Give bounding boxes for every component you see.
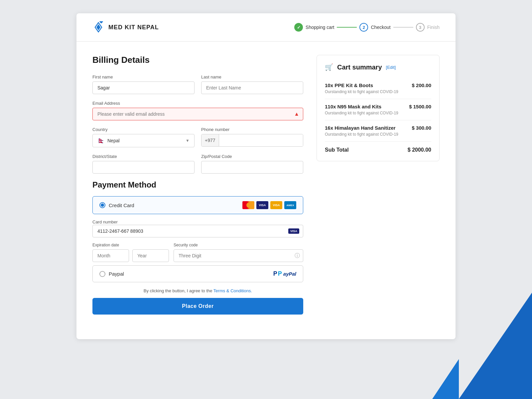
cart-item-price-0: $ 200.00: [412, 82, 431, 88]
email-row: Email Address ▲: [92, 101, 303, 120]
cart-edit-link[interactable]: [Edit]: [386, 65, 396, 70]
country-select[interactable]: 🇳🇵 Nepal ▼: [92, 134, 195, 147]
cart-item-1: 110x N95 Mask and Kits $ 1500.00 Ourstan…: [325, 99, 431, 120]
amex-icon: AMEX: [284, 201, 296, 209]
district-zip-row: District/State Zip/Postal Code: [92, 154, 303, 174]
visa-badge-icon: VISA: [288, 228, 299, 234]
country-name: Nepal: [107, 138, 183, 143]
credit-card-label: Credit Card: [109, 202, 134, 208]
subtotal-value: $ 2000.00: [408, 147, 431, 153]
blue-triangle-decoration: [459, 293, 532, 399]
year-input[interactable]: [132, 249, 169, 262]
visa-gold-icon: VISA: [270, 201, 282, 209]
logo-icon: [92, 21, 104, 33]
zip-input[interactable]: [201, 161, 303, 174]
cart-summary-col: 🛒 Cart summary [Edit] 10x PPE Kit & Boot…: [317, 55, 440, 315]
cart-item-0: 10x PPE Kit & Boots $ 200.00 Ourstanding…: [325, 78, 431, 99]
card-details: Card number VISA Expiration date Securi: [92, 219, 303, 265]
step-label-3: Finish: [427, 25, 440, 30]
first-name-label: First name: [92, 74, 195, 79]
email-group: Email Address ▲: [92, 101, 303, 120]
credit-card-option[interactable]: Credit Card VISA VISA AMEX: [92, 196, 303, 214]
cart-summary-card: 🛒 Cart summary [Edit] 10x PPE Kit & Boot…: [317, 55, 440, 161]
country-group: Country 🇳🇵 Nepal ▼: [92, 127, 195, 147]
phone-group: Phone number +977: [201, 127, 303, 147]
terms-link[interactable]: Terms & Conditions.: [213, 288, 252, 293]
header: MED KIT NEPAL ✓ Shopping cart 2 Checkout…: [76, 13, 456, 42]
logo-text: MED KIT NEPAL: [108, 24, 159, 31]
cart-subtotal-row: Sub Total $ 2000.00: [325, 142, 431, 153]
main-card: MED KIT NEPAL ✓ Shopping cart 2 Checkout…: [76, 13, 456, 339]
step-shopping-cart: ✓ Shopping cart: [294, 23, 334, 32]
month-input[interactable]: [92, 249, 129, 262]
cart-header: 🛒 Cart summary [Edit]: [325, 63, 431, 71]
cart-item-desc-1: Ourstanding kit to fight against COVID-1…: [325, 111, 431, 115]
district-label: District/State: [92, 154, 195, 159]
cart-icon: 🛒: [325, 63, 333, 71]
step-circle-1: ✓: [294, 23, 303, 32]
phone-wrap: +977: [201, 134, 303, 147]
credit-card-radio-label: Credit Card: [99, 202, 134, 208]
phone-label: Phone number: [201, 127, 303, 132]
name-row: First name Last name: [92, 74, 303, 94]
card-icons: VISA VISA AMEX: [242, 201, 296, 209]
expiry-security-row: Expiration date Security code ⓘ: [92, 243, 303, 262]
info-icon: ⓘ: [295, 252, 300, 259]
step-checkout: 2 Checkout: [359, 23, 390, 32]
steps-nav: ✓ Shopping cart 2 Checkout 3 Finish: [294, 23, 440, 32]
phone-prefix: +977: [201, 134, 219, 146]
cart-item-desc-0: Ourstanding kit to fight against COVID-1…: [325, 89, 431, 94]
cart-item-price-2: $ 300.00: [412, 125, 431, 131]
step-label-1: Shopping cart: [306, 25, 334, 30]
logo-area: MED KIT NEPAL: [92, 21, 159, 33]
cart-item-row-2: 16x Himalayan Hand Sanitizer $ 300.00: [325, 125, 431, 131]
paypal-option[interactable]: Paypal PP ayPal: [92, 265, 303, 282]
country-phone-row: Country 🇳🇵 Nepal ▼ Phone number +977: [92, 127, 303, 147]
cart-summary-title: Cart summary: [337, 64, 382, 71]
step-label-2: Checkout: [371, 25, 390, 30]
paypal-label: Paypal: [109, 271, 124, 277]
cart-item-desc-2: Ourstanding kit to fight against COVID-1…: [325, 132, 431, 137]
expiry-group: Expiration date: [92, 243, 169, 262]
cart-item-price-1: $ 1500.00: [409, 104, 431, 109]
card-number-label: Card number: [92, 219, 118, 224]
expiry-inputs: [92, 249, 169, 262]
email-input[interactable]: [92, 108, 303, 120]
phone-input[interactable]: [219, 134, 303, 146]
credit-card-radio[interactable]: [99, 202, 105, 208]
subtotal-label: Sub Total: [325, 147, 349, 153]
paypal-radio[interactable]: [99, 271, 105, 277]
email-input-wrap: ▲: [92, 108, 303, 120]
card-number-input[interactable]: [92, 225, 303, 237]
cart-item-row-1: 110x N95 Mask and Kits $ 1500.00: [325, 104, 431, 109]
paypal-radio-label: Paypal: [99, 271, 124, 277]
svg-rect-0: [99, 21, 103, 24]
billing-form-col: Billing Details First name Last name Ema…: [92, 55, 303, 315]
district-input[interactable]: [92, 161, 195, 174]
last-name-input[interactable]: [201, 81, 303, 94]
security-code-input[interactable]: [174, 249, 303, 262]
security-label: Security code: [174, 243, 303, 247]
zip-label: Zip/Postal Code: [201, 154, 303, 159]
visa-blue-icon: VISA: [256, 201, 268, 209]
last-name-group: Last name: [201, 74, 303, 94]
district-group: District/State: [92, 154, 195, 174]
cart-item-name-2: 16x Himalayan Hand Sanitizer: [325, 125, 396, 131]
terms-prefix: By clicking the button, I agree to the: [144, 288, 213, 293]
cart-item-name-1: 110x N95 Mask and Kits: [325, 104, 381, 109]
expiry-label: Expiration date: [92, 243, 169, 247]
cart-item-2: 16x Himalayan Hand Sanitizer $ 300.00 Ou…: [325, 120, 431, 142]
content-area: Billing Details First name Last name Ema…: [76, 42, 456, 328]
place-order-button[interactable]: Place Order: [92, 298, 303, 315]
first-name-input[interactable]: [92, 81, 195, 94]
step-line-1: [337, 27, 357, 28]
step-circle-2: 2: [359, 23, 368, 32]
email-error-icon: ▲: [294, 111, 299, 117]
step-finish: 3 Finish: [416, 23, 440, 32]
billing-title: Billing Details: [92, 55, 303, 65]
security-group: Security code ⓘ: [174, 243, 303, 262]
card-number-wrap: VISA: [92, 225, 303, 237]
step-circle-3: 3: [416, 23, 425, 32]
mastercard-icon: [242, 201, 254, 209]
terms-row: By clicking the button, I agree to the T…: [92, 288, 303, 293]
